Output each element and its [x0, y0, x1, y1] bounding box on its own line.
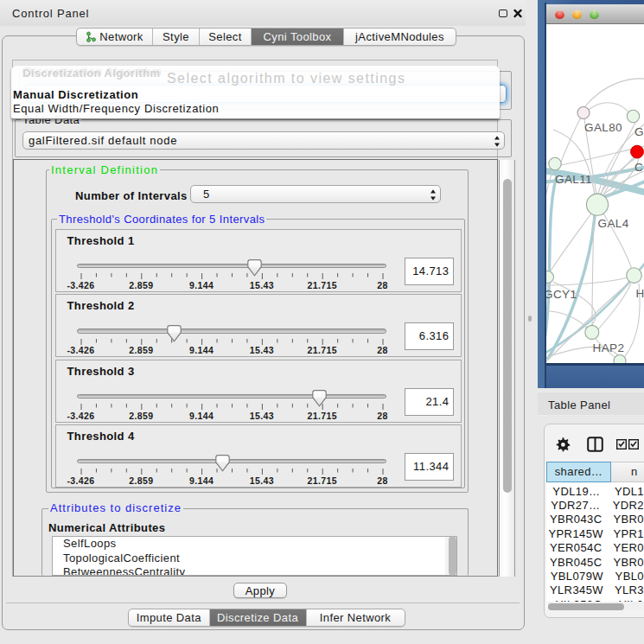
svg-text:GAL4: GAL4 — [598, 217, 629, 230]
svg-text:GCY1: GCY1 — [546, 288, 577, 301]
svg-text:H: H — [636, 287, 644, 300]
svg-text:C: C — [634, 161, 643, 174]
svg-text:GAL11: GAL11 — [555, 173, 592, 186]
svg-text:GA: GA — [634, 125, 644, 138]
svg-text:GAL80: GAL80 — [584, 121, 622, 134]
svg-text:HAP2: HAP2 — [593, 341, 625, 354]
